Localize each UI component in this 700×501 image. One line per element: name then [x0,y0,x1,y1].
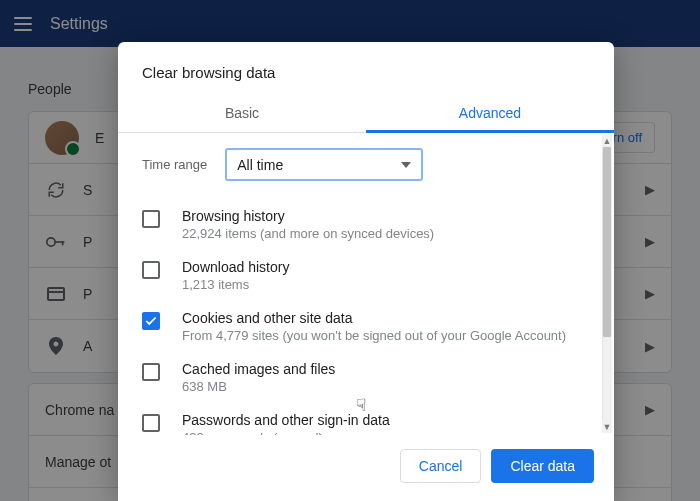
item-title: Passwords and other sign-in data [182,412,390,428]
dialog-tabs: Basic Advanced [118,95,614,133]
time-range-row: Time range All time [142,148,582,181]
scrollbar-thumb[interactable] [603,147,611,337]
item-title: Cached images and files [182,361,335,377]
time-range-value: All time [237,157,283,173]
dialog-body: Time range All time Browsing history22,9… [118,133,614,435]
item-title: Browsing history [182,208,434,224]
checkbox[interactable] [142,261,160,279]
item-subtitle: 1,213 items [182,277,289,292]
item-title: Cookies and other site data [182,310,566,326]
data-type-item: Download history1,213 items [142,250,582,301]
clear-browsing-data-dialog: Clear browsing data Basic Advanced Time … [118,42,614,501]
checkbox[interactable] [142,363,160,381]
checkbox[interactable] [142,312,160,330]
item-subtitle: 638 MB [182,379,335,394]
dialog-scroll-area: Time range All time Browsing history22,9… [118,133,606,435]
scroll-up-icon[interactable]: ▲ [602,135,612,147]
data-type-item: Passwords and other sign-in data430 pass… [142,403,582,435]
item-title: Download history [182,259,289,275]
checkbox[interactable] [142,210,160,228]
data-type-item: Browsing history22,924 items (and more o… [142,199,582,250]
dialog-title: Clear browsing data [118,42,614,95]
tab-advanced[interactable]: Advanced [366,95,614,132]
dropdown-icon [401,162,411,168]
clear-data-button[interactable]: Clear data [491,449,594,483]
scroll-down-icon[interactable]: ▼ [602,421,612,433]
data-type-item: Cookies and other site dataFrom 4,779 si… [142,301,582,352]
item-subtitle: 430 passwords (synced) [182,430,390,435]
dialog-footer: Cancel Clear data [118,435,614,501]
cancel-button[interactable]: Cancel [400,449,482,483]
item-subtitle: 22,924 items (and more on synced devices… [182,226,434,241]
scrollbar[interactable]: ▲ ▼ [602,135,612,433]
item-subtitle: From 4,779 sites (you won't be signed ou… [182,328,566,343]
time-range-select[interactable]: All time [225,148,423,181]
tab-basic[interactable]: Basic [118,95,366,132]
data-type-item: Cached images and files638 MB [142,352,582,403]
time-range-label: Time range [142,157,207,172]
checkbox[interactable] [142,414,160,432]
